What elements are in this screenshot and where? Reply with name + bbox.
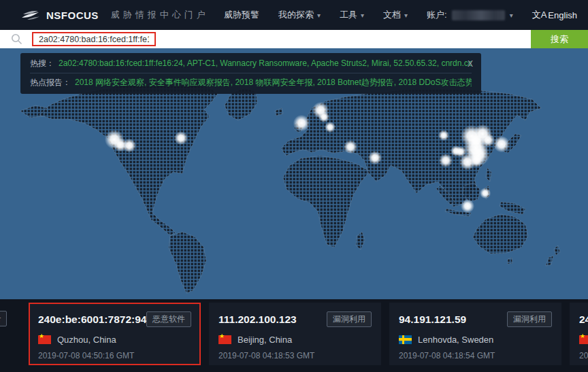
chevron-down-icon: ▾ xyxy=(317,12,321,19)
brand[interactable]: NSFOCUS 威胁情报中心门户 xyxy=(20,8,209,22)
hot-report-row: 热点报告： 2018 网络安全观察, 安全事件响应观察报告, 2018 物联网安… xyxy=(30,73,472,89)
event-ip-title: 240e:be:6001:7872:947f:... xyxy=(38,314,146,326)
event-timestamp: 2019-07-08 04:50:16 GMT xyxy=(579,351,588,360)
hot-link[interactable]: 52.50.65.32 xyxy=(393,58,436,68)
close-icon[interactable]: X xyxy=(468,58,473,71)
nav-my-exploration[interactable]: 我的探索 ▾ xyxy=(278,9,321,21)
nav-tools-label: 工具 xyxy=(340,9,357,21)
account-label: 账户: xyxy=(427,9,447,21)
search-icon xyxy=(11,33,22,45)
account-menu[interactable]: 账户: ▾ xyxy=(427,9,513,21)
hot-link[interactable]: Apache Struts2 xyxy=(311,58,367,68)
hot-link[interactable]: Wannacry Ransomware xyxy=(220,58,307,68)
header-nav: 威胁预警 我的探索 ▾ 工具 ▾ 文档 ▾ 账户: ▾ 文A English xyxy=(224,9,577,21)
hot-link[interactable]: 2018 网络安全观察 xyxy=(75,78,144,87)
sweden-flag-icon xyxy=(399,335,412,344)
hot-link-separator: , xyxy=(144,78,149,87)
world-threat-map: 热搜： 2a02:4780:bad:16:fced:1ff:fe16:24, A… xyxy=(0,48,588,299)
china-flag-icon xyxy=(579,335,588,344)
event-timestamp: 2019-07-08 04:18:53 GMT xyxy=(218,351,372,360)
event-timestamp: 2019-07-08 04:50:16 GMT xyxy=(38,351,191,360)
nsfocus-logo-icon xyxy=(20,8,41,22)
hot-link[interactable]: 2018 DDoS攻击态势报告 xyxy=(398,78,472,87)
threat-event-card[interactable]: 94.191.121.59漏洞利用Lenhovda, Sweden2019-07… xyxy=(389,303,561,365)
hot-link[interactable]: APT-C1 xyxy=(187,58,216,68)
hot-search-links: 2a02:4780:bad:16:fced:1ff:fe16:24, APT-C… xyxy=(59,57,472,70)
hot-report-links: 2018 网络安全观察, 安全事件响应观察报告, 2018 物联网安全年报, 2… xyxy=(75,76,472,89)
nav-docs[interactable]: 文档 ▾ xyxy=(383,9,408,21)
threat-event-card[interactable]: 111.202.100.123漏洞利用Beijing, China2019-07… xyxy=(209,303,381,365)
threat-event-ticker: 攻击 240e:be:6001:7872:947f:...恶意软件Quzhou,… xyxy=(0,299,588,372)
hot-link[interactable]: 安全事件响应观察报告 xyxy=(149,78,231,87)
language-switch[interactable]: 文A English xyxy=(532,9,577,21)
nav-my-exploration-label: 我的探索 xyxy=(278,9,314,21)
chevron-down-icon: ▾ xyxy=(361,12,364,19)
hot-link[interactable]: Mirai xyxy=(372,58,389,68)
event-ip-title: 240e:be:6001:7872:947f:... xyxy=(579,314,588,326)
hot-search-label: 热搜： xyxy=(30,57,54,70)
hot-link[interactable]: 2018 物联网安全年报 xyxy=(235,78,312,87)
china-flag-icon xyxy=(218,335,231,344)
hot-report-label: 热点报告： xyxy=(30,76,71,89)
event-type-badge: 漏洞利用 xyxy=(507,311,552,327)
event-ip-title: 94.191.121.59 xyxy=(399,314,466,326)
event-ip-title: 111.202.100.123 xyxy=(218,314,297,326)
hot-search-row: 热搜： 2a02:4780:bad:16:fced:1ff:fe16:24, A… xyxy=(30,57,472,70)
threat-event-card[interactable]: 240e:be:6001:7872:947f:...恶意软件Quzhou, Ch… xyxy=(29,303,201,365)
brand-subtitle: 威胁情报中心门户 xyxy=(111,9,209,21)
hot-link-separator: , xyxy=(367,58,372,68)
nav-docs-label: 文档 xyxy=(383,9,401,21)
event-location: Beijing, China xyxy=(238,335,292,345)
event-location: Lenhovda, Sweden xyxy=(418,335,493,345)
search-bar: 搜索 xyxy=(0,30,588,48)
hot-link[interactable]: 2a02:4780:bad:16:fced:1ff:fe16:24 xyxy=(59,58,183,68)
event-type-badge: 恶意软件 xyxy=(146,311,191,327)
hot-link[interactable]: 2018 Botnet趋势报告 xyxy=(317,78,394,87)
nav-threat-alert-label: 威胁预警 xyxy=(224,9,259,21)
translate-icon: 文A xyxy=(532,9,547,21)
brand-name: NSFOCUS xyxy=(46,10,99,21)
event-type-badge: 漏洞利用 xyxy=(327,311,372,327)
language-label: English xyxy=(548,10,577,20)
search-button[interactable]: 搜索 xyxy=(531,30,588,48)
nav-threat-alert[interactable]: 威胁预警 xyxy=(224,9,259,21)
chevron-down-icon: ▾ xyxy=(404,12,408,19)
event-timestamp: 2019-07-08 04:18:54 GMT xyxy=(399,351,552,360)
china-flag-icon xyxy=(38,335,51,344)
top-navbar: NSFOCUS 威胁情报中心门户 威胁预警 我的探索 ▾ 工具 ▾ 文档 ▾ 账… xyxy=(0,0,588,30)
threat-event-card[interactable]: 240e:be:6001:7872:947f:...恶意软件Quzhou, Ch… xyxy=(570,303,588,365)
chevron-down-icon: ▾ xyxy=(510,12,513,19)
search-input[interactable] xyxy=(32,32,156,46)
hot-search-panel: 热搜： 2a02:4780:bad:16:fced:1ff:fe16:24, A… xyxy=(20,53,481,94)
event-location: Quzhou, China xyxy=(57,335,116,345)
ticker-fragment-badge: 攻击 xyxy=(0,311,7,326)
nav-tools[interactable]: 工具 ▾ xyxy=(340,9,364,21)
account-username-redacted xyxy=(452,10,505,20)
